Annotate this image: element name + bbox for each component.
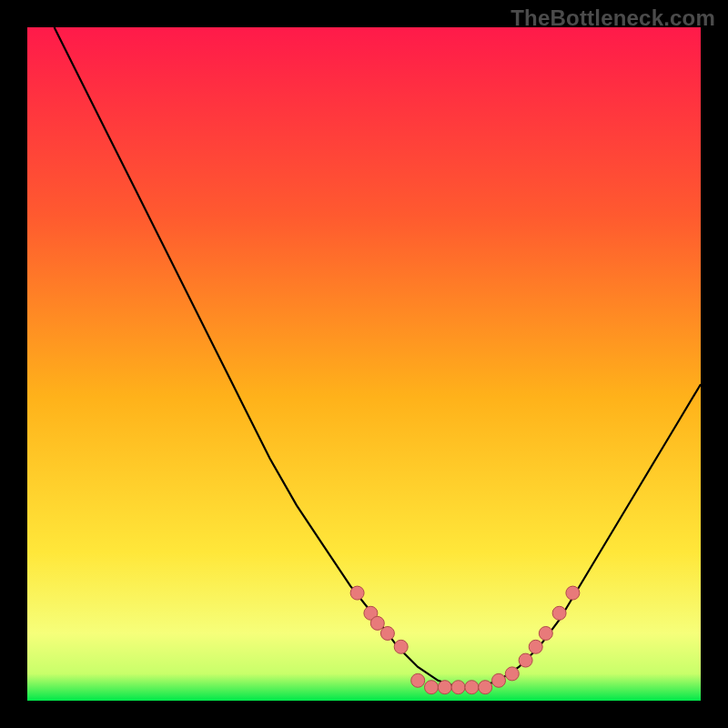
chart-frame: TheBottleneck.com	[0, 0, 728, 728]
highlight-dot	[519, 653, 532, 667]
highlight-dot	[380, 627, 394, 641]
highlight-dot	[566, 586, 580, 600]
plot-area	[27, 27, 701, 701]
highlight-dot	[438, 681, 451, 694]
highlight-dot	[529, 640, 542, 653]
highlight-dot	[492, 673, 506, 687]
chart-svg	[0, 0, 728, 728]
highlight-dot	[425, 681, 439, 694]
highlight-dot	[479, 681, 492, 694]
highlight-dot	[451, 681, 465, 694]
highlight-dot	[505, 667, 519, 681]
svg-rect-0	[27, 27, 701, 701]
highlight-dot	[539, 627, 552, 641]
highlight-dot	[552, 606, 566, 620]
highlight-dot	[350, 586, 364, 600]
highlight-dot	[411, 673, 425, 687]
watermark-text: TheBottleneck.com	[511, 5, 715, 31]
highlight-dot	[465, 681, 479, 694]
highlight-dot	[370, 616, 384, 630]
highlight-dot	[394, 640, 408, 653]
